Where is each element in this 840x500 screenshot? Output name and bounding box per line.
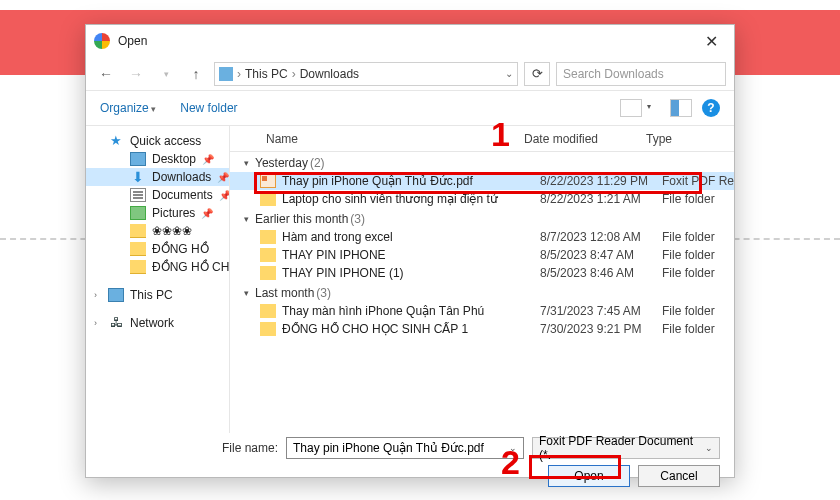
- file-row[interactable]: ĐỒNG HỒ CHO HỌC SINH CẤP 1 7/30/2023 9:2…: [230, 320, 734, 338]
- tree-separator: [86, 276, 229, 286]
- tree-label: Downloads: [152, 170, 211, 184]
- breadcrumb-sep: ›: [237, 67, 241, 81]
- file-date: 8/22/2023 11:29 PM: [540, 174, 662, 188]
- file-name: THAY PIN IPHONE (1): [282, 266, 540, 280]
- toolbar: Organize New folder ?: [86, 91, 734, 125]
- cancel-button[interactable]: Cancel: [638, 465, 720, 487]
- file-date: 7/31/2023 7:45 AM: [540, 304, 662, 318]
- organize-menu[interactable]: Organize: [100, 101, 156, 115]
- tree-label: ❀❀❀❀: [152, 224, 192, 238]
- dialog-footer: File name: Thay pin iPhone Quận Thủ Đức.…: [86, 433, 734, 479]
- new-folder-button[interactable]: New folder: [180, 101, 237, 115]
- tree-label: Network: [130, 316, 174, 330]
- tree-label: Desktop: [152, 152, 196, 166]
- column-headers: Name Date modified Type: [230, 126, 734, 152]
- col-type[interactable]: Type: [646, 132, 734, 146]
- group-label: Earlier this month: [255, 212, 348, 226]
- file-type-filter[interactable]: Foxit PDF Reader Document (*. ⌄: [532, 437, 720, 459]
- tree-folder-3[interactable]: ĐỒNG HỒ CHO: [86, 258, 229, 276]
- pictures-icon: [130, 206, 146, 220]
- up-button[interactable]: ↑: [184, 62, 208, 86]
- pc-icon: [219, 67, 233, 81]
- chevron-down-icon: ▾: [244, 158, 249, 168]
- breadcrumb[interactable]: › This PC › Downloads ⌄: [214, 62, 518, 86]
- recent-dropdown-icon[interactable]: ▾: [154, 62, 178, 86]
- tree-desktop[interactable]: Desktop 📌: [86, 150, 229, 168]
- search-input[interactable]: Search Downloads: [556, 62, 726, 86]
- tree-label: ĐỒNG HỒ CHO: [152, 260, 230, 274]
- folder-icon: [260, 248, 276, 262]
- expand-icon[interactable]: ›: [94, 318, 97, 328]
- crumb-downloads[interactable]: Downloads: [300, 67, 359, 81]
- file-type: File folder: [662, 322, 734, 336]
- file-row[interactable]: Thay màn hình iPhone Quận Tân Phú 7/31/2…: [230, 302, 734, 320]
- view-options-icon[interactable]: [620, 99, 642, 117]
- file-row-selected[interactable]: Thay pin iPhone Quận Thủ Đức.pdf 8/22/20…: [230, 172, 734, 190]
- file-date: 8/5/2023 8:46 AM: [540, 266, 662, 280]
- chrome-icon: [94, 33, 110, 49]
- file-name: ĐỒNG HỒ CHO HỌC SINH CẤP 1: [282, 322, 540, 336]
- file-type: File folder: [662, 230, 734, 244]
- tree-folder-2[interactable]: ĐỒNG HỒ: [86, 240, 229, 258]
- col-name[interactable]: Name: [258, 132, 524, 146]
- back-button[interactable]: ←: [94, 62, 118, 86]
- tree-downloads[interactable]: ⬇ Downloads 📌: [86, 168, 229, 186]
- file-name: Thay màn hình iPhone Quận Tân Phú: [282, 304, 540, 318]
- help-icon[interactable]: ?: [702, 99, 720, 117]
- pin-icon: 📌: [201, 208, 213, 219]
- folder-icon: [130, 224, 146, 238]
- file-type: File folder: [662, 266, 734, 280]
- expand-icon[interactable]: ›: [94, 290, 97, 300]
- group-yesterday[interactable]: ▾ Yesterday (2): [230, 152, 734, 172]
- documents-icon: [130, 188, 146, 202]
- group-earlier-month[interactable]: ▾ Earlier this month (3): [230, 208, 734, 228]
- folder-icon: [260, 266, 276, 280]
- file-type: Foxit PDF Re: [662, 174, 734, 188]
- tree-pictures[interactable]: Pictures 📌: [86, 204, 229, 222]
- file-area: Name Date modified Type ▾ Yesterday (2) …: [230, 126, 734, 433]
- group-count: (2): [310, 156, 325, 170]
- file-list: ▾ Yesterday (2) Thay pin iPhone Quận Thủ…: [230, 152, 734, 433]
- chevron-down-icon: ▾: [244, 288, 249, 298]
- file-row[interactable]: Hàm and trong excel 8/7/2023 12:08 AM Fi…: [230, 228, 734, 246]
- file-row[interactable]: Laptop cho sinh viên thương mại điện tử …: [230, 190, 734, 208]
- tree-separator: [86, 304, 229, 314]
- star-icon: ★: [108, 134, 124, 148]
- crumb-this-pc[interactable]: This PC: [245, 67, 288, 81]
- file-name: Thay pin iPhone Quận Thủ Đức.pdf: [282, 174, 540, 188]
- folder-icon: [260, 304, 276, 318]
- tree-this-pc[interactable]: › This PC: [86, 286, 229, 304]
- group-last-month[interactable]: ▾ Last month (3): [230, 282, 734, 302]
- file-row[interactable]: THAY PIN IPHONE 8/5/2023 8:47 AM File fo…: [230, 246, 734, 264]
- close-button[interactable]: ✕: [697, 32, 726, 51]
- tree-quick-access[interactable]: ★ Quick access: [86, 132, 229, 150]
- search-placeholder: Search Downloads: [563, 67, 664, 81]
- forward-button[interactable]: →: [124, 62, 148, 86]
- open-dialog: Open ✕ ← → ▾ ↑ › This PC › Downloads ⌄ ⟳…: [85, 24, 735, 478]
- tree-network[interactable]: › 🖧 Network: [86, 314, 229, 332]
- folder-icon: [260, 192, 276, 206]
- file-name: Laptop cho sinh viên thương mại điện tử: [282, 192, 540, 206]
- col-date[interactable]: Date modified: [524, 132, 646, 146]
- preview-pane-icon[interactable]: [670, 99, 692, 117]
- file-date: 8/5/2023 8:47 AM: [540, 248, 662, 262]
- file-type: File folder: [662, 248, 734, 262]
- tree-label: Documents: [152, 188, 213, 202]
- tree-label: Quick access: [130, 134, 201, 148]
- filename-value: Thay pin iPhone Quận Thủ Đức.pdf: [293, 441, 484, 455]
- nav-tree: ★ Quick access Desktop 📌 ⬇ Downloads 📌 D…: [86, 126, 230, 433]
- filename-input[interactable]: Thay pin iPhone Quận Thủ Đức.pdf ⌄: [286, 437, 524, 459]
- refresh-button[interactable]: ⟳: [524, 62, 550, 86]
- pdf-icon: [260, 174, 276, 188]
- file-row[interactable]: THAY PIN IPHONE (1) 8/5/2023 8:46 AM Fil…: [230, 264, 734, 282]
- toolbar-right: ?: [620, 99, 720, 117]
- network-icon: 🖧: [108, 316, 124, 330]
- pc-icon: [108, 288, 124, 302]
- tree-documents[interactable]: Documents 📌: [86, 186, 229, 204]
- folder-icon: [260, 322, 276, 336]
- filename-label: File name:: [100, 441, 278, 455]
- open-button[interactable]: Open: [548, 465, 630, 487]
- tree-folder-1[interactable]: ❀❀❀❀: [86, 222, 229, 240]
- crumb-dropdown-icon[interactable]: ⌄: [505, 68, 513, 79]
- file-type: File folder: [662, 304, 734, 318]
